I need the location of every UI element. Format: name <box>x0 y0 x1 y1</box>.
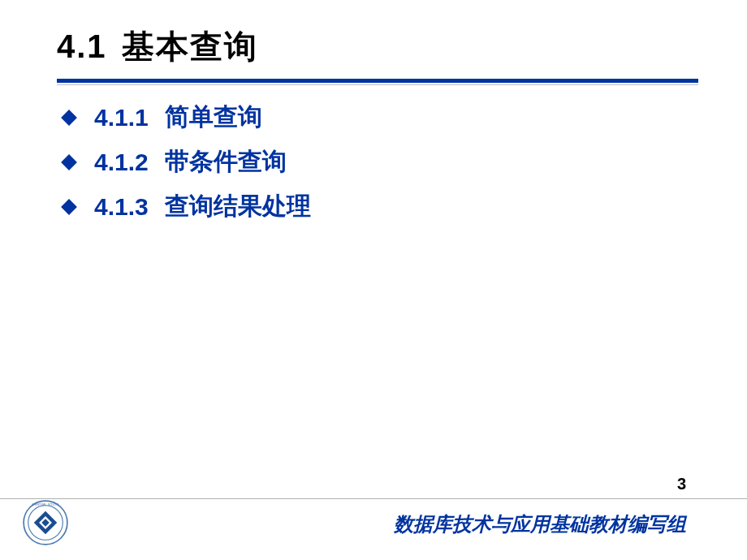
item-number: 4.1.1 <box>94 104 149 131</box>
item-number: 4.1.3 <box>94 193 149 221</box>
title-text: 基本查询 <box>122 28 258 64</box>
page-number: 3 <box>677 475 686 493</box>
item-text: 查询结果处理 <box>165 190 311 223</box>
list-item: 4.1.3 查询结果处理 <box>63 190 698 223</box>
slide-title: 4.1基本查询 <box>57 24 698 69</box>
diamond-bullet-icon <box>61 199 77 215</box>
university-logo-icon: CENTRAL SOUTH <box>23 500 68 545</box>
diamond-bullet-icon <box>61 154 77 170</box>
title-divider <box>57 79 698 83</box>
slide-container: 4.1基本查询 4.1.1 简单查询 4.1.2 带条件查询 4.1.3 查询结… <box>0 0 747 560</box>
item-number: 4.1.2 <box>94 149 149 176</box>
list-item: 4.1.1 简单查询 <box>63 101 698 134</box>
list-item: 4.1.2 带条件查询 <box>63 145 698 179</box>
title-number: 4.1 <box>57 28 107 64</box>
bullet-list: 4.1.1 简单查询 4.1.2 带条件查询 4.1.3 查询结果处理 <box>57 101 698 223</box>
svg-text:CENTRAL SOUTH: CENTRAL SOUTH <box>32 502 59 506</box>
footer-text: 数据库技术与应用基础教材编写组 <box>394 511 686 537</box>
diamond-bullet-icon <box>61 110 77 126</box>
item-text: 简单查询 <box>165 101 262 134</box>
item-text: 带条件查询 <box>165 145 287 179</box>
footer-divider <box>0 498 747 499</box>
